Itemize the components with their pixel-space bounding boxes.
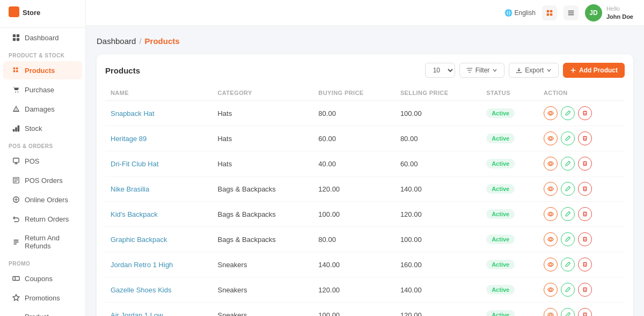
cell-selling: 100.00 xyxy=(395,101,481,126)
cell-category: Sneakers xyxy=(212,303,313,317)
svg-point-21 xyxy=(550,163,552,165)
sidebar-item-label-coupons: Coupons xyxy=(25,275,53,283)
delete-icon-btn[interactable] xyxy=(578,157,592,171)
svg-rect-18 xyxy=(550,13,552,15)
table-row: Kid's Backpack Bags & Backpacks 100.00 1… xyxy=(105,202,625,227)
per-page-select[interactable]: 10 25 50 xyxy=(425,63,455,78)
card-title: Products xyxy=(105,66,140,75)
delete-icon-btn[interactable] xyxy=(578,207,592,221)
cell-buying: 80.00 xyxy=(313,227,395,252)
add-product-button[interactable]: Add Product xyxy=(563,63,625,78)
svg-point-19 xyxy=(550,112,552,115)
svg-rect-5 xyxy=(17,38,19,41)
cell-buying: 40.00 xyxy=(313,151,395,177)
language-selector[interactable]: 🌐 English xyxy=(504,9,536,17)
view-icon-btn[interactable] xyxy=(544,283,558,297)
view-icon-btn[interactable] xyxy=(544,308,558,316)
sidebar-item-purchase[interactable]: Purchase xyxy=(3,80,82,99)
cell-selling: 160.00 xyxy=(395,252,481,277)
delete-icon-btn[interactable] xyxy=(578,258,592,271)
sidebar-item-label-damages: Damages xyxy=(25,105,55,113)
view-icon-btn[interactable] xyxy=(544,157,558,171)
svg-rect-16 xyxy=(550,10,552,12)
edit-icon-btn[interactable] xyxy=(561,182,575,196)
delete-icon-btn[interactable] xyxy=(578,182,592,196)
delete-icon-btn[interactable] xyxy=(578,232,592,246)
promotions-icon xyxy=(12,293,20,302)
table-row: Dri-Fit Club Hat Hats 40.00 60.00 Active xyxy=(105,151,625,177)
svg-point-6 xyxy=(15,92,16,93)
sidebar-item-label-dashboard: Dashboard xyxy=(25,34,59,42)
svg-point-26 xyxy=(550,289,552,291)
svg-point-7 xyxy=(18,92,19,93)
delete-icon-btn[interactable] xyxy=(578,131,592,145)
delete-icon-btn[interactable] xyxy=(578,106,592,120)
cell-name: Jordan Retro 1 High xyxy=(105,252,212,277)
edit-icon-btn[interactable] xyxy=(561,106,575,120)
view-icon-btn[interactable] xyxy=(544,258,558,271)
edit-icon-btn[interactable] xyxy=(561,131,575,145)
sidebar-item-damages[interactable]: Damages xyxy=(3,100,82,118)
cell-name: Gazelle Shoes Kids xyxy=(105,277,212,303)
col-name: NAME xyxy=(105,85,212,101)
cell-name: Dri-Fit Club Hat xyxy=(105,151,212,177)
pos-icon xyxy=(12,157,20,165)
cell-category: Hats xyxy=(212,151,313,177)
edit-icon-btn[interactable] xyxy=(561,308,575,316)
sidebar-item-stock[interactable]: Stock xyxy=(3,119,82,137)
sidebar-item-coupons[interactable]: Coupons xyxy=(3,269,82,288)
dashboard-icon xyxy=(12,33,20,42)
pos-orders-icon xyxy=(12,176,20,185)
sidebar-item-label-return-refunds: Return And Refunds xyxy=(25,234,74,250)
view-icon-btn[interactable] xyxy=(544,232,558,246)
col-action: ACTION xyxy=(538,85,625,101)
sidebar-item-products[interactable]: Products xyxy=(3,61,82,79)
svg-point-24 xyxy=(550,238,552,241)
cell-buying: 140.00 xyxy=(313,252,395,277)
cell-buying: 120.00 xyxy=(313,277,395,303)
edit-icon-btn[interactable] xyxy=(561,258,575,271)
user-info: Hello John Doe xyxy=(606,5,633,20)
edit-icon-btn[interactable] xyxy=(561,232,575,246)
notification-icon-btn[interactable] xyxy=(542,5,557,20)
language-label: English xyxy=(515,9,536,17)
cell-status: Active xyxy=(481,126,538,151)
menu-icon-btn[interactable] xyxy=(564,5,579,20)
sidebar-item-pos-orders[interactable]: POS Orders xyxy=(3,171,82,189)
svg-rect-2 xyxy=(13,34,16,37)
sidebar-item-label-pos-orders: POS Orders xyxy=(25,177,63,185)
table-row: Heritage 89 Hats 60.00 80.00 Active xyxy=(105,126,625,151)
view-icon-btn[interactable] xyxy=(544,207,558,221)
sidebar-item-online-orders[interactable]: Online Orders xyxy=(3,190,82,209)
table-row: Air Jordan 1 Low Sneakers 100.00 120.00 … xyxy=(105,303,625,317)
export-button[interactable]: Export xyxy=(509,63,559,78)
sidebar-item-return-refunds[interactable]: Return And Refunds xyxy=(3,229,82,255)
sidebar-item-promotions[interactable]: Promotions xyxy=(3,289,82,307)
purchase-icon xyxy=(12,85,20,94)
delete-icon-btn[interactable] xyxy=(578,308,592,316)
cell-action xyxy=(538,101,625,126)
cell-status: Active xyxy=(481,252,538,277)
username-label: John Doe xyxy=(606,13,633,20)
user-menu[interactable]: JD Hello John Doe xyxy=(585,4,633,21)
edit-icon-btn[interactable] xyxy=(561,207,575,221)
view-icon-btn[interactable] xyxy=(544,131,558,145)
cell-action xyxy=(538,252,625,277)
delete-icon-btn[interactable] xyxy=(578,283,592,297)
sidebar-item-return-orders[interactable]: Return Orders xyxy=(3,210,82,228)
sidebar-item-product-sections[interactable]: Product Sections xyxy=(3,308,82,316)
avatar: JD xyxy=(585,4,602,21)
sidebar-item-label-online-orders: Online Orders xyxy=(25,196,68,204)
svg-point-23 xyxy=(550,213,552,216)
sidebar-item-dashboard[interactable]: Dashboard xyxy=(3,28,82,47)
svg-rect-0 xyxy=(9,6,19,17)
view-icon-btn[interactable] xyxy=(544,106,558,120)
view-icon-btn[interactable] xyxy=(544,182,558,196)
sidebar-item-pos[interactable]: POS xyxy=(3,152,82,170)
edit-icon-btn[interactable] xyxy=(561,157,575,171)
edit-icon-btn[interactable] xyxy=(561,283,575,297)
card-actions: 10 25 50 Filter Export xyxy=(425,63,625,78)
filter-button[interactable]: Filter xyxy=(459,63,505,78)
cell-category: Bags & Backpacks xyxy=(212,227,313,252)
cell-name: Graphic Backpack xyxy=(105,227,212,252)
